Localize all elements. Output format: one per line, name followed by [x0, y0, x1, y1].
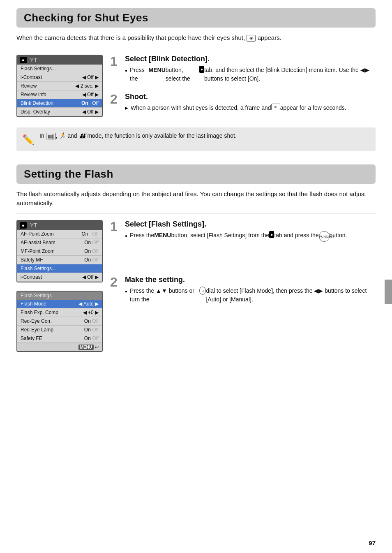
screen1-row-3: Review Info ◀ Off ▶ [17, 90, 102, 99]
s2-step2-number: 2 [110, 275, 125, 289]
section1: Checking for Shut Eyes When the camera d… [16, 8, 376, 151]
screen2-row-4: Flash Settings... [17, 264, 102, 273]
step2-number: 2 [110, 93, 125, 106]
screen1-row-1: i-Contrast ◀ Off ▶ [17, 73, 102, 82]
screen1-image: ● YT Flash Settings... i-Contrast ◀ Off … [16, 55, 103, 117]
screen1-row-2: Review ◀ 2 sec. ▶ [17, 82, 102, 90]
fs-row-1: Flash Exp. Comp ◀ +0 ▶ [17, 308, 102, 317]
screen1-tab-row: ● YT [17, 56, 102, 65]
fs-row-3: Red-Eye Lamp On Off [17, 326, 102, 334]
fs-header: Flash Settings [17, 292, 102, 300]
cam-icon-inline: ● [199, 66, 204, 73]
side-tab [385, 280, 392, 304]
page-number: 97 [369, 539, 376, 546]
section1-title: Checking for Shut Eyes [24, 12, 368, 24]
dial-icon: ○ [199, 287, 206, 295]
s2-step1-body: Press the MENU button, select [Flash Set… [125, 231, 376, 242]
back-arrow: ↩ [95, 345, 99, 350]
section1-intro: When the camera detects that there is a … [16, 33, 376, 43]
step2-body: When a person with shut eyes is detected… [125, 104, 376, 113]
step1-title: Select [Blink Detection]. [125, 55, 376, 63]
section2-intro: The flash automatically adjusts dependin… [16, 190, 376, 208]
section2-steps: 1 Select [Flash Settings]. Press the MEN… [110, 220, 376, 313]
shut-eye-icon: 👁️ [247, 35, 256, 42]
screen2-tab-row: ● YT [17, 221, 102, 230]
camera-tab-icon2: ● [20, 222, 27, 229]
section1-step1: 1 Select [Blink Detection]. Press the ME… [110, 55, 376, 85]
burst-icon: ▤‖ [46, 133, 56, 139]
screen1-row-5: Disp. Overlay ◀ Off ▶ [17, 108, 102, 116]
mode-icon-1: 🏃 [59, 132, 66, 139]
func-btn-icon: FUNCSET [319, 231, 330, 242]
s2-step2-title: Make the setting. [125, 275, 376, 284]
fs-row-4: Safety FE On Off [17, 334, 102, 343]
camera-screen-1: ● YT Flash Settings... i-Contrast ◀ Off … [16, 55, 103, 117]
fs-bottom-bar: MENU ↩ [17, 343, 102, 351]
step1-body: Press the MENU button, select the ● tab,… [125, 66, 376, 83]
screen1-row-0: Flash Settings... [17, 65, 102, 73]
section2-screens: ● YT AF-Point Zoom On Off AF-assist Beam… [16, 220, 103, 352]
s2-step2-body: Press the ▲▼ buttons or turn the ○ dial … [125, 287, 376, 304]
section2-step2: 2 Make the setting. Press the ▲▼ buttons… [110, 275, 376, 306]
step1-content: Select [Blink Detection]. Press the MENU… [125, 55, 376, 85]
s2-step2-content: Make the setting. Press the ▲▼ buttons o… [125, 275, 376, 306]
screen2-row-3: Safety MF On Off [17, 256, 102, 264]
section2-rule [16, 213, 376, 213]
s2-step1-number: 1 [110, 220, 125, 233]
screen2-row-0: AF-Point Zoom On Off [17, 230, 102, 238]
camera-tab-icon: ● [20, 57, 27, 63]
step2-content: Shoot. When a person with shut eyes is d… [125, 93, 376, 114]
section1-steps: 1 Select [Blink Detection]. Press the ME… [110, 55, 376, 122]
section2-header: Setting the Flash [16, 164, 376, 184]
screen2-row-2: MF-Point Zoom On Off [17, 247, 102, 256]
fs-row-0: Flash Mode ◀ Auto ▶ [17, 300, 102, 308]
camera-screen-2: ● YT AF-Point Zoom On Off AF-assist Beam… [16, 220, 103, 282]
spacer [110, 251, 376, 275]
s2-step1-content: Select [Flash Settings]. Press the MENU … [125, 220, 376, 243]
screen1-row-4: Blink Detection On Off [17, 99, 102, 108]
menu-btn: MENU [78, 345, 94, 350]
step2-title: Shoot. [125, 93, 376, 101]
section1-header: Checking for Shut Eyes [16, 8, 376, 28]
note-text: In ▤‖, 🏃 and 👪 mode, the function is onl… [39, 132, 237, 140]
section1-instruction: ● YT Flash Settings... i-Contrast ◀ Off … [16, 55, 376, 122]
screen2-row-1: AF-assist Beam On Off [17, 238, 102, 247]
mode-icon-2: 👪 [79, 132, 86, 139]
step1-number: 1 [110, 55, 125, 68]
section2: Setting the Flash The flash automaticall… [16, 164, 376, 352]
section1-note: ✏️ In ▤‖, 🏃 and 👪 mode, the function is … [16, 127, 376, 151]
fs-row-2: Red-Eye Corr. On Off [17, 317, 102, 326]
section2-title: Setting the Flash [24, 168, 368, 180]
section2-instruction: ● YT AF-Point Zoom On Off AF-assist Beam… [16, 220, 376, 352]
wrench-tab-icon: YT [30, 57, 37, 63]
flash-settings-screen: Flash Settings Flash Mode ◀ Auto ▶ Flash… [16, 291, 103, 352]
section1-step2: 2 Shoot. When a person with shut eyes is… [110, 93, 376, 114]
section1-rule [16, 48, 376, 48]
cam-icon-inline2: ● [269, 231, 274, 238]
shut-eye-icon2: 👁 [271, 104, 280, 110]
screen2-row-5: i-Contrast ◀ Off ▶ [17, 273, 102, 282]
pencil-icon: ✏️ [22, 132, 35, 147]
s2-step1-title: Select [Flash Settings]. [125, 220, 376, 229]
wrench-tab-icon2: YT [30, 222, 37, 229]
section2-step1: 1 Select [Flash Settings]. Press the MEN… [110, 220, 376, 243]
